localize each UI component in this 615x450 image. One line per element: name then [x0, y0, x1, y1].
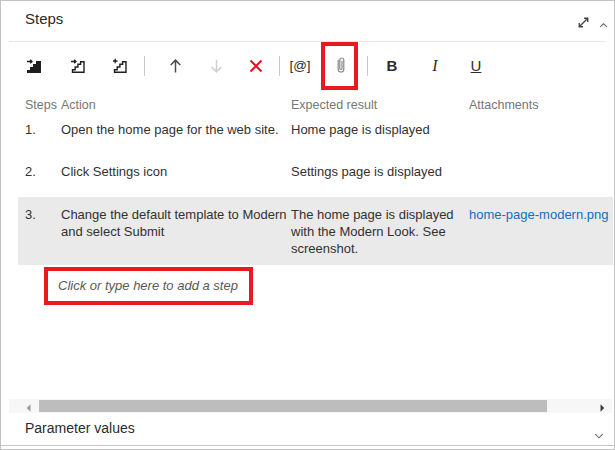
delete-step-button[interactable]	[243, 53, 269, 79]
arrow-up-icon	[167, 57, 184, 75]
add-attachment-button[interactable]	[328, 53, 354, 79]
toolbar-separator	[367, 56, 368, 76]
bold-button[interactable]: B	[379, 53, 405, 79]
insert-shared-steps-button[interactable]	[65, 53, 91, 79]
attachment-link[interactable]: home-page-modern.png	[469, 206, 608, 223]
add-parameter-button[interactable]: [@]	[287, 53, 313, 79]
add-step-field[interactable]: Click or type here to add a step	[58, 278, 238, 293]
insert-shared-steps-icon	[69, 58, 87, 74]
step-number: 1.	[25, 121, 36, 138]
insert-step-button[interactable]	[21, 53, 47, 79]
section-divider	[1, 445, 614, 446]
delete-x-icon	[248, 58, 264, 74]
header-divider	[9, 41, 606, 42]
paperclip-icon	[333, 55, 349, 77]
scroll-right-arrow-icon[interactable]	[596, 400, 608, 412]
insert-step-icon	[25, 58, 43, 74]
panel-title: Steps	[25, 10, 63, 27]
expand-panel-icon[interactable]	[575, 14, 592, 35]
parameter-values-section[interactable]: Parameter values	[25, 420, 135, 436]
step-number: 3.	[25, 206, 36, 223]
horizontal-scrollbar[interactable]	[9, 399, 612, 413]
move-step-down-button[interactable]	[203, 53, 229, 79]
move-step-up-button[interactable]	[162, 53, 188, 79]
step-action-cell[interactable]: Open the home page for the web site.	[61, 121, 291, 138]
step-expected-cell[interactable]: Settings page is displayed	[291, 163, 469, 180]
scroll-left-arrow-icon[interactable]	[23, 400, 35, 412]
column-header-expected: Expected result	[291, 98, 377, 112]
arrow-down-icon	[208, 57, 225, 75]
chevron-down-icon[interactable]	[593, 428, 605, 446]
toolbar-separator	[279, 56, 280, 76]
step-expected-cell[interactable]: Home page is displayed	[291, 121, 469, 138]
column-header-action: Action	[61, 98, 96, 112]
create-shared-steps-button[interactable]	[107, 53, 133, 79]
step-action-cell[interactable]: Click Settings icon	[61, 163, 291, 180]
column-header-steps: Steps	[25, 98, 57, 112]
toolbar-separator	[144, 56, 145, 76]
test-steps-panel: Steps	[0, 0, 615, 450]
step-action-cell[interactable]: Change the default template to Modern an…	[61, 206, 291, 240]
collapse-section-icon[interactable]	[598, 17, 609, 35]
scrollbar-thumb[interactable]	[39, 400, 547, 412]
italic-button[interactable]: I	[422, 53, 448, 79]
underline-button[interactable]: U	[463, 53, 489, 79]
step-number: 2.	[25, 163, 36, 180]
column-header-attachments: Attachments	[469, 98, 538, 112]
step-expected-cell[interactable]: The home page is displayed with the Mode…	[291, 206, 469, 257]
stairs-plus-icon	[111, 58, 129, 74]
